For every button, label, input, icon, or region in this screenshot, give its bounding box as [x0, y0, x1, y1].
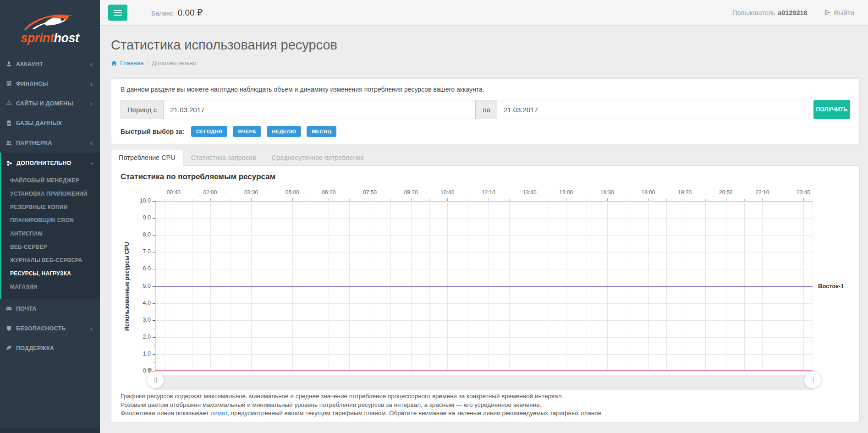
rocket-icon	[23, 12, 77, 33]
users-icon	[6, 140, 13, 146]
y-tick-mark	[153, 303, 155, 304]
sidebar-subitem-resources-load[interactable]: РЕСУРСЫ, НАГРУЗКА	[1, 267, 100, 280]
quick-button-1[interactable]: ВЧЕРА	[233, 126, 261, 137]
quick-button-2[interactable]: НЕДЕЛЮ	[267, 126, 301, 137]
breadcrumb-home-link[interactable]: Главная	[111, 60, 143, 66]
quick-button-3[interactable]: МЕСЯЦ	[307, 126, 336, 137]
chevron-left-icon: ‹	[90, 80, 93, 87]
x-tick-label: 07:50	[357, 189, 383, 196]
sidebar-item-partner[interactable]: ПАРТНЕРКА‹	[0, 133, 100, 153]
chart-panel: Статистика по потребляемым ресурсам Испо…	[111, 165, 860, 423]
sidebar-submenu: ФАЙЛОВЫЙ МЕНЕДЖЕРУСТАНОВКА ПРИЛОЖЕНИЙРЕЗ…	[1, 174, 100, 299]
y-grid-line	[155, 235, 813, 236]
logout-button[interactable]: Выйти	[824, 9, 854, 16]
x-tick-label: 03:30	[238, 189, 264, 196]
y-grid-line	[155, 320, 813, 321]
envelope-icon	[6, 306, 13, 312]
tab-requests[interactable]: Статистика запросов	[183, 150, 264, 165]
y-tick-mark	[153, 269, 155, 269]
x-tick-label: 18:00	[636, 189, 661, 196]
shield-icon	[6, 325, 13, 331]
sidebar-item-databases[interactable]: БАЗЫ ДАННЫХ	[0, 113, 100, 133]
sidebar-item-support[interactable]: ПОДДЕРЖКА	[0, 338, 100, 358]
sidebar-item-label: ДОПОЛНИТЕЛЬНО	[16, 160, 71, 166]
plot-right-edge-line	[813, 201, 813, 371]
data-point-marker	[148, 368, 152, 372]
sidebar-item-mail[interactable]: ПОЧТА	[0, 299, 100, 318]
sidebar-item-additional[interactable]: ДОПОЛНИТЕЛЬНО‹	[1, 153, 100, 174]
sprinthost-logo[interactable]: sprinthost	[0, 0, 100, 54]
quick-select-label: Быстрый выбор за:	[121, 128, 184, 135]
y-tick-label: 2.0	[132, 334, 151, 340]
period-to-input[interactable]	[497, 100, 809, 119]
note-line-1: Графики ресурсов содержат максимальное, …	[121, 392, 603, 401]
tab-cpu[interactable]: Потребление CPU	[111, 150, 183, 166]
sign-out-icon	[824, 9, 831, 16]
x-tick-label: 09:20	[398, 189, 424, 196]
x-tick-label: 12:10	[476, 189, 501, 196]
y-tick-minor	[154, 345, 155, 346]
chart-notes: Графики ресурсов содержат максимальное, …	[121, 392, 603, 418]
sidebar-item-label: БАЗЫ ДАННЫХ	[16, 120, 62, 126]
y-tick-mark	[153, 252, 155, 252]
y-tick-minor	[154, 210, 155, 210]
chevron-left-icon: ‹	[90, 139, 93, 146]
sidebar-subitem-app-install[interactable]: УСТАНОВКА ПРИЛОЖЕНИЙ	[1, 187, 100, 200]
sidebar-footer-strip	[0, 428, 100, 433]
sidebar-item-label: ПОЧТА	[16, 306, 37, 312]
y-grid-line	[155, 269, 813, 269]
sidebar-item-sites-domains[interactable]: САЙТЫ И ДОМЕНЫ‹	[0, 93, 100, 113]
balance-label: Баланс	[151, 10, 173, 17]
menu-toggle-button[interactable]	[108, 5, 127, 21]
y-tick-minor	[154, 312, 155, 312]
calculator-icon	[6, 81, 13, 87]
period-from-input[interactable]	[164, 100, 476, 119]
sidebar-subitem-web-server[interactable]: ВЕБ-СЕРВЕР	[1, 240, 100, 253]
sidebar-item-finances[interactable]: ФИНАНСЫ‹	[0, 74, 100, 93]
y-grid-line	[155, 218, 813, 219]
y-grid-line	[155, 252, 813, 252]
y-tick-minor	[154, 278, 155, 278]
x-tick-label: 20:50	[713, 189, 739, 196]
sidebar-subitem-web-server-logs[interactable]: ЖУРНАЛЫ ВЕБ-СЕРВЕРА	[1, 253, 100, 267]
limit-line	[155, 286, 813, 287]
y-tick-label: 8.0	[132, 231, 151, 238]
limit-link[interactable]: лимит	[210, 410, 227, 417]
sidebar-nav: АККАУНТ‹ФИНАНСЫ‹САЙТЫ И ДОМЕНЫ‹БАЗЫ ДАНН…	[0, 54, 100, 358]
range-handle-right[interactable]	[804, 371, 821, 389]
sidebar-item-account[interactable]: АККАУНТ‹	[0, 54, 100, 74]
sidebar-subitem-antispam[interactable]: АНТИСПАМ	[1, 227, 100, 240]
sidebar-item-security[interactable]: БЕЗОПАСНОСТЬ‹	[0, 318, 100, 338]
user-box: Пользовательa0129218	[732, 9, 808, 16]
sidebar-subitem-file-manager[interactable]: ФАЙЛОВЫЙ МЕНЕДЖЕР	[1, 174, 100, 187]
x-axis-line	[155, 201, 813, 202]
y-tick-minor	[154, 362, 155, 363]
submit-button[interactable]: ПОЛУЧИТЬ	[813, 100, 850, 119]
y-tick-label: 4.0	[132, 300, 151, 306]
user-id: a0129218	[778, 9, 808, 16]
sidebar-subitem-backups[interactable]: РЕЗЕРВНЫЕ КОПИИ	[1, 200, 100, 214]
chevron-down-icon: ‹	[88, 162, 95, 164]
y-tick-minor	[154, 329, 155, 329]
chevron-left-icon: ‹	[90, 60, 93, 67]
home-icon	[111, 60, 117, 66]
x-tick-label: 05:00	[280, 189, 305, 196]
sidebar-subitem-shop[interactable]: МАГАЗИН	[1, 280, 100, 293]
period-to-label: по	[476, 100, 497, 119]
range-handle-left[interactable]	[147, 371, 164, 389]
period-row: Период с по ПОЛУЧИТЬ	[121, 100, 850, 119]
x-tick-label: 00:40	[161, 189, 187, 196]
brand-text: sprinthost	[21, 31, 79, 45]
sidebar-subitem-cron[interactable]: ПЛАНИРОВЩИК CRON	[1, 214, 100, 227]
logout-label: Выйти	[834, 9, 854, 16]
y-tick-label: 10.0	[132, 197, 151, 204]
note-line-2: Розовым цветом отображен максимальный и …	[121, 401, 603, 410]
note-line-3: Фиолетовая линия показывает лимит, преду…	[121, 409, 603, 418]
tab-daily[interactable]: Среднесуточное потребление	[264, 150, 372, 165]
range-selector-track[interactable]	[155, 375, 813, 390]
x-tick-label: 15:00	[553, 189, 579, 196]
y-tick-minor	[154, 295, 155, 295]
y-tick-mark	[153, 235, 155, 236]
sidebar-item-label: САЙТЫ И ДОМЕНЫ	[16, 100, 73, 107]
quick-button-0[interactable]: СЕГОДНЯ	[191, 126, 227, 137]
